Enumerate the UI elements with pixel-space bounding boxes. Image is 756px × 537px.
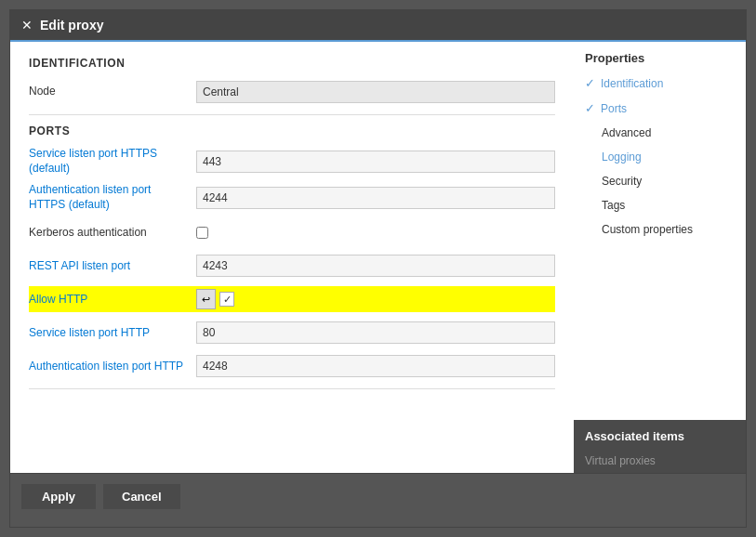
edit-proxy-dialog: ✕ Edit proxy IDENTIFICATION Node PORTS S… <box>9 9 747 528</box>
auth-http-port-input[interactable] <box>196 355 555 377</box>
ports-check-icon: ✓ <box>585 101 595 115</box>
sidebar-item-advanced[interactable]: Advanced <box>574 121 746 145</box>
sidebar-identification-label: Identification <box>601 77 663 90</box>
auth-https-port-row: Authentication listen port HTTPS (defaul… <box>29 183 555 212</box>
kerberos-auth-row: Kerberos authentication <box>29 219 555 245</box>
sidebar-security-label: Security <box>602 175 642 188</box>
service-https-port-label: Service listen port HTTPS (default) <box>29 147 196 176</box>
apply-button[interactable]: Apply <box>21 484 96 509</box>
sidebar-item-custom-properties[interactable]: Custom properties <box>574 217 746 242</box>
dialog-icon: ✕ <box>21 18 33 33</box>
allow-http-label: Allow HTTP <box>29 293 196 306</box>
divider-1 <box>29 114 555 115</box>
sidebar-advanced-label: Advanced <box>602 126 651 139</box>
dialog-body: IDENTIFICATION Node PORTS Service listen… <box>10 42 746 473</box>
sidebar-item-ports[interactable]: ✓ Ports <box>574 96 746 121</box>
auth-http-port-row: Authentication listen port HTTP <box>29 353 555 379</box>
side-panel: Properties ✓ Identification ✓ Ports Adva… <box>574 42 746 473</box>
sidebar-item-tags[interactable]: Tags <box>574 193 746 217</box>
sidebar-tags-label: Tags <box>602 199 625 212</box>
allow-http-undo-button[interactable]: ↩ <box>196 289 216 309</box>
service-http-port-label: Service listen port HTTP <box>29 326 196 341</box>
allow-http-controls: ↩ ✓ <box>196 289 234 309</box>
service-https-port-input[interactable] <box>196 151 555 173</box>
allow-http-row: Allow HTTP ↩ ✓ <box>29 286 555 312</box>
sidebar-ports-label: Ports <box>601 102 627 115</box>
allow-http-checkbox[interactable]: ✓ <box>219 292 234 307</box>
rest-api-port-label: REST API listen port <box>29 259 196 274</box>
properties-title: Properties <box>574 42 746 71</box>
sidebar-item-logging[interactable]: Logging <box>574 145 746 169</box>
virtual-proxies-label: Virtual proxies <box>585 454 656 467</box>
sidebar-item-identification[interactable]: ✓ Identification <box>574 71 746 96</box>
service-http-port-input[interactable] <box>196 321 555 344</box>
node-field-row: Node <box>29 79 555 105</box>
sidebar-item-security[interactable]: Security <box>574 169 746 193</box>
dialog-title: Edit proxy <box>40 18 103 33</box>
properties-section: Properties ✓ Identification ✓ Ports Adva… <box>574 42 746 420</box>
cancel-button[interactable]: Cancel <box>103 484 180 509</box>
sidebar-item-virtual-proxies[interactable]: Virtual proxies <box>574 449 746 473</box>
ports-heading: PORTS <box>29 124 555 138</box>
sidebar-custom-properties-label: Custom properties <box>602 223 693 236</box>
sidebar-logging-label: Logging <box>602 151 642 164</box>
auth-https-port-input[interactable] <box>196 187 555 209</box>
rest-api-port-row: REST API listen port <box>29 253 555 279</box>
identification-heading: IDENTIFICATION <box>29 57 555 70</box>
service-https-port-row: Service listen port HTTPS (default) <box>29 147 555 176</box>
identification-check-icon: ✓ <box>585 76 595 90</box>
divider-2 <box>29 388 555 389</box>
rest-api-port-input[interactable] <box>196 255 555 277</box>
dialog-footer: Apply Cancel <box>10 473 746 519</box>
kerberos-auth-label: Kerberos authentication <box>29 226 196 241</box>
main-panel: IDENTIFICATION Node PORTS Service listen… <box>10 42 574 473</box>
kerberos-auth-checkbox[interactable] <box>196 227 208 239</box>
auth-http-port-label: Authentication listen port HTTP <box>29 360 196 374</box>
service-http-port-row: Service listen port HTTP <box>29 320 555 346</box>
node-label: Node <box>29 85 196 99</box>
associated-section: Associated items Virtual proxies <box>574 420 746 473</box>
dialog-titlebar: ✕ Edit proxy <box>10 10 746 42</box>
associated-title: Associated items <box>574 420 746 449</box>
node-input[interactable] <box>196 81 555 103</box>
auth-https-port-label: Authentication listen port HTTPS (defaul… <box>29 183 196 212</box>
